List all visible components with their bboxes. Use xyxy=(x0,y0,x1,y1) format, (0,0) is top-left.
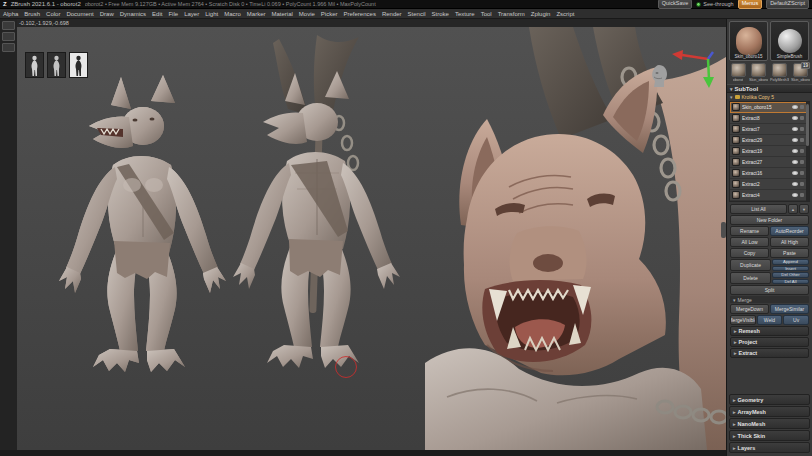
subtool-item[interactable]: Skin_oboro15 xyxy=(730,102,809,113)
subtool-item[interactable]: Extract29 xyxy=(730,135,809,146)
menu-item[interactable]: Color xyxy=(43,11,63,17)
weld-button[interactable]: Weld xyxy=(757,315,783,325)
menu-item[interactable]: Dynamics xyxy=(117,11,149,17)
menu-item[interactable]: Draw xyxy=(97,11,117,17)
menu-item[interactable]: Material xyxy=(269,11,296,17)
insert-button[interactable]: Insert xyxy=(772,266,809,272)
duplicate-button[interactable]: Duplicate xyxy=(730,259,771,271)
quicksave-button[interactable]: QuickSave xyxy=(658,0,693,9)
menu-item[interactable]: Stencil xyxy=(405,11,429,17)
reference-thumbnail[interactable] xyxy=(69,52,88,78)
merge-similar-button[interactable]: MergeSimilar xyxy=(770,304,809,314)
list-all-button[interactable]: List All xyxy=(730,204,787,214)
delete-button[interactable]: Delete xyxy=(730,272,771,284)
menu-item[interactable]: Macro xyxy=(221,11,244,17)
palette-section[interactable]: ▸ ArrayMesh xyxy=(729,406,810,417)
project-section[interactable]: ▸ Project xyxy=(730,337,809,347)
remesh-label: Remesh xyxy=(739,328,760,334)
reference-thumbnail[interactable] xyxy=(25,52,44,78)
menu-item[interactable]: Marker xyxy=(244,11,269,17)
remesh-section[interactable]: ▸ Remesh xyxy=(730,326,809,336)
subtool-up-button[interactable]: ▲ xyxy=(788,204,798,214)
tool-item-label: Skin_oboro3 xyxy=(791,78,810,82)
visibility-eye-icon[interactable] xyxy=(792,138,798,142)
append-button[interactable]: Append xyxy=(772,259,809,265)
visibility-eye-icon[interactable] xyxy=(792,160,798,164)
menu-item[interactable]: Transform xyxy=(495,11,528,17)
axis-gizmo[interactable] xyxy=(668,47,714,89)
camera-orientation-icon[interactable] xyxy=(648,63,670,89)
menus-button[interactable]: Menus xyxy=(738,0,763,9)
palette-section[interactable]: ▸ Layers xyxy=(729,442,810,453)
subtool-item[interactable]: Extract8 xyxy=(730,113,809,124)
autoreorder-button[interactable]: AutoReorder xyxy=(770,226,809,236)
subtool-item[interactable]: Extract16 xyxy=(730,168,809,179)
subtool-palette-header[interactable]: ▾ SubTool xyxy=(727,84,812,93)
menu-item[interactable]: Preferences xyxy=(341,11,379,17)
visibility-eye-icon[interactable] xyxy=(792,193,798,197)
subtool-item-label: Extract8 xyxy=(742,116,790,121)
left-shelf-icon[interactable] xyxy=(2,43,15,52)
current-brush-thumbnail[interactable]: SimpleBrush xyxy=(770,21,809,61)
menu-item[interactable]: Zplugin xyxy=(528,11,554,17)
all-low-button[interactable]: All Low xyxy=(730,237,769,247)
left-shelf-icon[interactable] xyxy=(2,21,15,30)
menu-item[interactable]: Alpha xyxy=(0,11,21,17)
palette-section[interactable]: ▸ Thick Skin xyxy=(729,430,810,441)
sculpt-canvas[interactable] xyxy=(17,27,726,450)
subtool-scrollbar[interactable] xyxy=(806,102,809,201)
tool-palette-item[interactable]: Skin_oboro3 xyxy=(749,63,768,82)
menu-item[interactable]: Render xyxy=(379,11,405,17)
visibility-eye-icon[interactable] xyxy=(792,171,798,175)
menu-item[interactable]: Layer xyxy=(181,11,202,17)
menu-item[interactable]: Edit xyxy=(149,11,165,17)
tool-palette-item[interactable]: oborot xyxy=(729,63,747,82)
merge-visible-button[interactable]: MergeVisible xyxy=(730,315,756,325)
scrollbar-thumb[interactable] xyxy=(806,104,809,146)
del-other-button[interactable]: Del Other xyxy=(772,272,809,278)
menu-item[interactable]: Movie xyxy=(296,11,318,17)
visibility-eye-icon[interactable] xyxy=(792,116,798,120)
merge-section-label[interactable]: ▾ Merge xyxy=(730,296,809,303)
menu-item[interactable]: Texture xyxy=(452,11,478,17)
del-all-button[interactable]: Del All xyxy=(772,279,809,285)
all-high-button[interactable]: All High xyxy=(770,237,809,247)
rename-button[interactable]: Rename xyxy=(730,226,769,236)
current-tool-thumbnail[interactable]: Skin_oboro15 xyxy=(729,21,768,61)
visibility-eye-icon[interactable] xyxy=(792,127,798,131)
subtool-item[interactable]: Extract4 xyxy=(730,190,809,201)
menu-item[interactable]: Brush xyxy=(21,11,43,17)
palette-section[interactable]: ▸ NanoMesh xyxy=(729,418,810,429)
new-folder-button[interactable]: New Folder xyxy=(730,215,809,225)
menu-item[interactable]: Tool xyxy=(478,11,495,17)
palette-section[interactable]: ▸ Geometry xyxy=(729,394,810,405)
subtool-item[interactable]: Extract7 xyxy=(730,124,809,135)
see-through-control[interactable]: See-through xyxy=(696,1,733,7)
visibility-eye-icon[interactable] xyxy=(792,105,798,109)
subtool-thumbnail xyxy=(732,158,740,166)
subtool-item[interactable]: Extract19 xyxy=(730,146,809,157)
subtool-folder-row[interactable]: ▾ Krolika Copy 5 xyxy=(727,93,812,101)
reference-thumbnail[interactable] xyxy=(47,52,66,78)
tray-divider-handle[interactable] xyxy=(721,222,726,238)
visibility-eye-icon[interactable] xyxy=(792,149,798,153)
subtool-item[interactable]: Extract27 xyxy=(730,157,809,168)
subtool-down-button[interactable]: ▼ xyxy=(799,204,809,214)
menu-item[interactable]: Document xyxy=(63,11,96,17)
menu-item[interactable]: File xyxy=(165,11,181,17)
split-button[interactable]: Split xyxy=(730,285,809,295)
menu-item[interactable]: Picker xyxy=(318,11,341,17)
menu-item[interactable]: Zscript xyxy=(553,11,577,17)
visibility-eye-icon[interactable] xyxy=(792,182,798,186)
menu-item[interactable]: Light xyxy=(202,11,221,17)
subtool-item[interactable]: Extract2 xyxy=(730,179,809,190)
uv-button[interactable]: Uv xyxy=(783,315,809,325)
extract-section[interactable]: ▸ Extract xyxy=(730,348,809,358)
default-zscript-button[interactable]: DefaultZScript xyxy=(766,0,809,9)
left-shelf-icon[interactable] xyxy=(2,32,15,41)
tool-palette-item[interactable]: PolyMesh3D xyxy=(770,63,789,82)
paste-button[interactable]: Paste xyxy=(770,248,809,258)
copy-button[interactable]: Copy xyxy=(730,248,769,258)
merge-down-button[interactable]: MergeDown xyxy=(730,304,769,314)
menu-item[interactable]: Stroke xyxy=(429,11,452,17)
